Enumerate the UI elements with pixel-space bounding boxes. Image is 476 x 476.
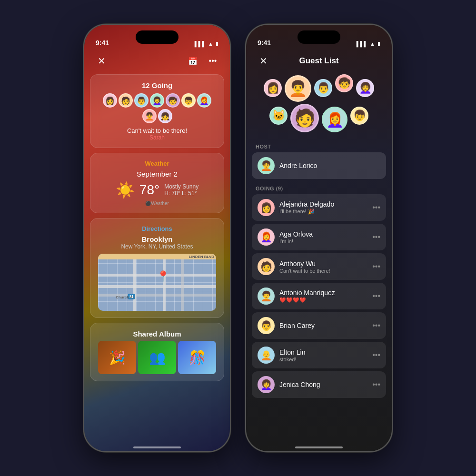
guest-name: Brian Carey: [279, 322, 367, 329]
guest-row-antonio: 🧑‍🦱 Antonio Manriquez ❤️❤️❤️❤️ •••: [252, 283, 386, 309]
battery-icon: ▮: [216, 40, 218, 47]
guest-info: Jenica Chong: [279, 381, 367, 389]
guest-row-anthony: 🧑 Anthony Wu Can't wait to be there! •••: [252, 253, 386, 280]
sarah-text: Sarah: [98, 134, 216, 141]
more-icon[interactable]: •••: [372, 380, 380, 389]
more-icon[interactable]: •••: [372, 351, 380, 359]
signal-icon: ▌▌▌: [195, 41, 206, 47]
weather-condition: Mostly Sunny: [164, 183, 198, 190]
guest-info: Brian Carey: [279, 322, 367, 330]
weather-title: Weather: [98, 160, 216, 167]
guest-row-alejandra: 👩 Alejandra Delgado I'll be there! 🎉 •••: [252, 194, 386, 221]
phone-1: 9:41 ▌▌▌ ▲ ▮ ✕ 📅 ••• 12 Going 👩: [83, 24, 231, 452]
guest-name: Alejandra Delgado: [279, 200, 367, 208]
guest-name: Anthony Wu: [279, 260, 367, 268]
guest-info: Aga Orlova I'm in!: [279, 230, 367, 244]
home-indicator-2: [295, 446, 343, 448]
close-button[interactable]: ✕: [94, 53, 109, 69]
status-time: 9:41: [96, 39, 109, 47]
guest-status: Can't wait to be there!: [279, 268, 367, 274]
guest-avatar: 👩‍🦰: [258, 228, 275, 246]
status-icons-2: ▌▌▌ ▲ ▮: [357, 40, 380, 47]
guest-avatar: 👩‍🦱: [258, 376, 275, 393]
signal-icon-2: ▌▌▌: [357, 41, 367, 47]
guest-avatar: 🧑: [258, 258, 275, 275]
calendar-icon[interactable]: 📅: [185, 53, 200, 69]
host-name: Andre Lorico: [279, 162, 317, 169]
host-row: 🧑‍🦱 Andre Lorico: [252, 152, 386, 179]
close-button-2[interactable]: ✕: [256, 53, 271, 69]
going-count: 12 Going: [98, 81, 216, 89]
guest-name: Aga Orlova: [279, 230, 367, 238]
map-pin: 📍: [157, 270, 169, 283]
guest-list-title: Guest List: [271, 56, 367, 66]
top-bar: ✕ 📅 •••: [84, 50, 230, 74]
weather-details: Mostly Sunny H: 78° L: 51°: [164, 183, 198, 197]
memoji: 👨: [314, 79, 332, 97]
guest-info: Elton Lin stoked!: [279, 348, 367, 362]
memoji: 🧒: [335, 74, 353, 92]
directions-sublocation: New York, NY, United States: [98, 243, 216, 250]
guest-name: Antonio Manriquez: [279, 289, 367, 297]
album-photo-2: 👥: [138, 341, 176, 374]
more-icon[interactable]: •••: [372, 203, 380, 212]
avatar: 🧒: [166, 93, 180, 108]
guest-name: Elton Lin: [279, 348, 367, 356]
avatar-group: 👩 🧑 👨 👩‍🦱 🧒 👦 👩‍🦰 🧑‍🦱 👧: [98, 93, 216, 123]
memoji: 🧑‍🦱: [285, 75, 311, 102]
guest-row-elton: 🧑‍🦲 Elton Lin stoked! •••: [252, 342, 386, 368]
memoji: 👩‍🦰: [322, 107, 347, 132]
weather-card: Weather September 2 ☀️ 78° Mostly Sunny …: [90, 153, 224, 213]
guest-row-brian: 👨 Brian Carey •••: [252, 312, 386, 339]
memoji: 👩: [264, 79, 282, 97]
guest-row-jenica: 👩‍🦱 Jenica Chong •••: [252, 371, 386, 398]
weather-date: September 2: [98, 170, 216, 178]
weather-temp: 78°: [139, 182, 159, 198]
guest-avatar: 👨: [258, 317, 275, 334]
map-area: LINDEN BLVD 📍 M Church Av: [98, 254, 216, 311]
more-icon[interactable]: •••: [205, 53, 220, 69]
going-card: 12 Going 👩 🧑 👨 👩‍🦱 🧒 👦 👩‍🦰 🧑‍🦱 👧 Can't w…: [90, 74, 224, 148]
album-photo-3: 🎊: [178, 341, 216, 374]
guest-name: Jenica Chong: [279, 381, 367, 388]
weather-high-low: H: 78° L: 51°: [164, 190, 198, 197]
more-icon[interactable]: •••: [372, 233, 380, 241]
memoji: 🧑: [290, 104, 319, 132]
shared-album-title: Shared Album: [98, 330, 216, 338]
avatar: 👩‍🦱: [150, 93, 164, 108]
memoji-display: 👩 🧑‍🦱 👨 🧒 👩‍🦱 🐱 🧑 👩‍🦰 👦: [246, 74, 392, 137]
going-section-label: GOING (9): [246, 184, 392, 194]
avatar: 👨: [134, 93, 149, 108]
avatar: 👧: [158, 109, 172, 123]
more-icon[interactable]: •••: [372, 321, 380, 330]
directions-title: Directions: [98, 225, 216, 232]
phone-2: 9:41 ▌▌▌ ▲ ▮ ✕ Guest List 👩 🧑‍🦱 👨 🧒: [245, 24, 393, 452]
guest-avatar: 👩: [258, 199, 275, 216]
wifi-icon: ▲: [208, 41, 213, 47]
avatar: 🧑: [119, 93, 133, 108]
more-icon[interactable]: •••: [372, 292, 380, 300]
directions-card: Directions Brooklyn New York, NY, United…: [90, 218, 224, 318]
guest-status: I'm in!: [279, 238, 367, 244]
more-icon[interactable]: •••: [372, 262, 380, 271]
host-section-label: HOST: [246, 142, 392, 152]
directions-location: Brooklyn: [98, 235, 216, 243]
sun-icon: ☀️: [116, 181, 135, 199]
avatar: 👩: [103, 93, 117, 108]
avatar: 🧑‍🦱: [142, 109, 157, 123]
guest-row-aga: 👩‍🦰 Aga Orlova I'm in! •••: [252, 224, 386, 250]
avatar: 👦: [181, 93, 196, 108]
guest-status: I'll be there! 🎉: [279, 208, 367, 215]
status-icons: ▌▌▌ ▲ ▮: [195, 40, 218, 47]
weather-row: ☀️ 78° Mostly Sunny H: 78° L: 51°: [98, 181, 216, 199]
top-bar-2: ✕ Guest List: [246, 50, 392, 74]
battery-icon-2: ▮: [377, 40, 380, 47]
album-photos: 🎉 👥 🎊: [98, 341, 216, 374]
cant-wait-text: Can't wait to be there!: [98, 127, 216, 134]
status-time-2: 9:41: [258, 39, 271, 47]
memoji: 👩‍🦱: [356, 79, 374, 97]
guest-avatar: 🧑‍🦲: [258, 347, 275, 364]
memoji: 👦: [350, 107, 368, 125]
memoji: 🐱: [269, 107, 288, 125]
dynamic-island: [136, 30, 178, 44]
